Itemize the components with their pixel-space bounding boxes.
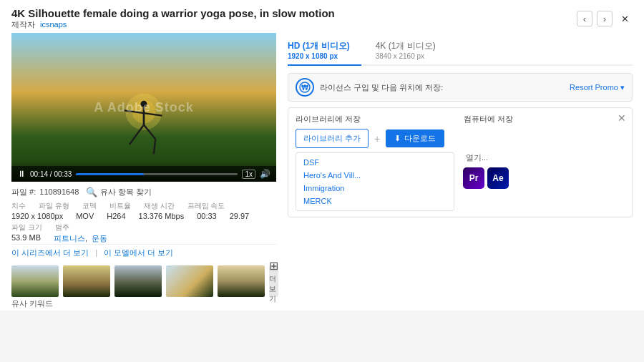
license-text: 라이선스 구입 및 다음 위치에 저장: <box>320 82 564 93</box>
creator-link[interactable]: icsnaps <box>40 20 67 29</box>
open-in-section: 열기... Pr Ae <box>463 148 625 211</box>
license-icon: ₩ <box>296 78 314 97</box>
thumbnail-3[interactable] <box>114 265 162 297</box>
right-panel: HD (1개 비디오) 1920 x 1080 px 4K (1개 비디오) 3… <box>288 33 633 310</box>
dimensions-label: 치수 <box>11 201 26 211</box>
filetype-label: 파일 유형 <box>39 201 69 211</box>
more-label: 더 보기 <box>269 274 278 304</box>
save-panel-close-button[interactable]: ✕ <box>618 112 626 124</box>
computer-section-label: 컴퓨터에 저장 <box>457 114 625 124</box>
bitrate-label: 비트율 <box>109 201 131 211</box>
meta-values: 1920 x 1080px MOV H264 13.376 Mbps 00:33… <box>11 212 276 220</box>
more-thumbnails-button[interactable]: ⊞ 더 보기 <box>269 265 278 297</box>
two-column-section: DSF Hero's And Vill... Immigration MERCK… <box>296 148 625 211</box>
video-section: A Adobe Stock ⏸ 00:14 / 00:33 1x 🔊 파일 #:… <box>11 33 276 310</box>
progress-bar[interactable] <box>76 173 238 175</box>
save-actions: 라이브러리 추가 + ⬇ 다운로드 <box>296 129 625 148</box>
title-section: 4K Silhouette female doing a warrior yog… <box>11 7 335 30</box>
meta-labels-2: 파일 크기 범주 <box>11 222 276 233</box>
series-link[interactable]: 이 시리즈에서 더 보기 <box>11 248 89 257</box>
plus-divider: + <box>374 133 380 145</box>
app-icons: Pr Ae <box>463 167 625 189</box>
download-button[interactable]: ⬇ 다운로드 <box>386 129 444 147</box>
pause-button[interactable]: ⏸ <box>17 169 26 179</box>
add-to-library-button[interactable]: 라이브러리 추가 <box>296 129 369 148</box>
progress-fill <box>76 173 144 175</box>
category-exercise-link[interactable]: 운동 <box>92 234 107 243</box>
grid-icon: ⊞ <box>269 259 278 273</box>
filetype-value: MOV <box>76 212 94 220</box>
license-destination-dropdown[interactable]: Resort Promo ▾ <box>570 83 625 92</box>
framerate-value: 29.97 <box>230 212 250 220</box>
codec-label: 코덱 <box>82 201 97 211</box>
premiere-pro-icon[interactable]: Pr <box>463 167 484 189</box>
dimensions-value: 1920 x 1080px <box>11 212 63 220</box>
thumbnail-5[interactable] <box>218 265 265 297</box>
thumbnails-row: ⊞ 더 보기 <box>11 261 276 297</box>
category-label: 범주 <box>55 222 69 233</box>
after-effects-icon[interactable]: Ae <box>487 167 509 189</box>
library-list-section: DSF Hero's And Vill... Immigration MERCK <box>296 148 457 211</box>
download-icon: ⬇ <box>394 134 401 143</box>
open-label: 열기... <box>466 152 625 163</box>
watermark: A Adobe Stock <box>94 100 194 115</box>
main-content: A Adobe Stock ⏸ 00:14 / 00:33 1x 🔊 파일 #:… <box>0 33 644 310</box>
thumbnail-4[interactable] <box>166 265 213 297</box>
time-display: 00:14 / 00:33 <box>30 170 72 178</box>
title-bar: 4K Silhouette female doing a warrior yog… <box>0 0 644 33</box>
thumbnail-1[interactable] <box>11 265 59 297</box>
library-item-immigration[interactable]: Immigration <box>296 182 454 195</box>
series-bar: 이 시리즈에서 더 보기 | 이 모델에서 더 보기 <box>11 244 276 261</box>
next-button[interactable]: › <box>597 11 613 26</box>
category-values: 피트니스, 운동 <box>54 233 107 244</box>
filesize-label: 파일 크기 <box>11 222 42 233</box>
video-controls: ⏸ 00:14 / 00:33 1x 🔊 <box>11 166 276 182</box>
ae-label: Ae <box>492 173 503 183</box>
premiere-label: Pr <box>469 173 479 183</box>
meta-labels: 치수 파일 유형 코덱 비트율 재생 시간 프레임 속도 <box>11 201 276 211</box>
license-row: ₩ 라이선스 구입 및 다음 위치에 저장: Resort Promo ▾ <box>288 73 633 102</box>
svg-text:₩: ₩ <box>301 84 309 92</box>
filesize-value: 53.9 MB <box>11 233 41 244</box>
close-button[interactable]: ✕ <box>617 11 633 26</box>
similar-items-button[interactable]: 🔍 유사 항목 찾기 <box>86 187 152 197</box>
library-section-label: 라이브러리에 저장 <box>296 114 457 124</box>
file-info-bar: 파일 #: 110891648 🔍 유사 항목 찾기 <box>11 182 276 201</box>
tab-4k[interactable]: 4K (1개 비디오) 3840 x 2160 px <box>376 36 447 66</box>
window-nav: ‹ › ✕ <box>577 11 633 26</box>
framerate-label: 프레임 속도 <box>187 201 225 211</box>
meta-section: 치수 파일 유형 코덱 비트율 재생 시간 프레임 속도 1920 x 1080… <box>11 201 276 244</box>
volume-icon[interactable]: 🔊 <box>260 169 270 179</box>
prev-button[interactable]: ‹ <box>577 11 592 26</box>
save-section-labels: 라이브러리에 저장 컴퓨터에 저장 <box>296 114 625 124</box>
meta-values-2: 53.9 MB 피트니스, 운동 <box>11 233 276 244</box>
page-title: 4K Silhouette female doing a warrior yog… <box>11 7 335 19</box>
library-item-dsf[interactable]: DSF <box>296 156 454 169</box>
library-item-merck[interactable]: MERCK <box>296 195 454 207</box>
creator-label: 제작자 icsnaps <box>11 20 67 29</box>
keywords-label: 유사 키워드 <box>11 297 276 310</box>
model-link[interactable]: 이 모델에서 더 보기 <box>104 248 173 257</box>
speed-badge[interactable]: 1x <box>242 170 255 179</box>
duration-label: 재생 시간 <box>144 201 175 211</box>
thumbnail-2[interactable] <box>63 265 110 297</box>
search-icon: 🔍 <box>86 187 97 197</box>
save-panel: ✕ 라이브러리에 저장 컴퓨터에 저장 라이브러리 추가 + ⬇ 다운로드 DS… <box>288 107 633 217</box>
svg-line-8 <box>154 139 156 154</box>
format-tabs: HD (1개 비디오) 1920 x 1080 px 4K (1개 비디오) 3… <box>288 36 633 66</box>
cart-icon: ₩ <box>299 82 311 93</box>
category-fitness-link[interactable]: 피트니스 <box>54 234 85 243</box>
tab-hd[interactable]: HD (1개 비디오) 1920 x 1080 px <box>288 36 361 66</box>
codec-value: H264 <box>107 212 125 220</box>
library-item-heros[interactable]: Hero's And Vill... <box>296 169 454 182</box>
bitrate-value: 13.376 Mbps <box>139 212 185 220</box>
file-id-label: 파일 #: 110891648 <box>11 187 79 197</box>
video-player[interactable]: A Adobe Stock ⏸ 00:14 / 00:33 1x 🔊 <box>11 33 276 182</box>
library-list: DSF Hero's And Vill... Immigration MERCK <box>296 152 454 211</box>
duration-value: 00:33 <box>197 212 217 220</box>
